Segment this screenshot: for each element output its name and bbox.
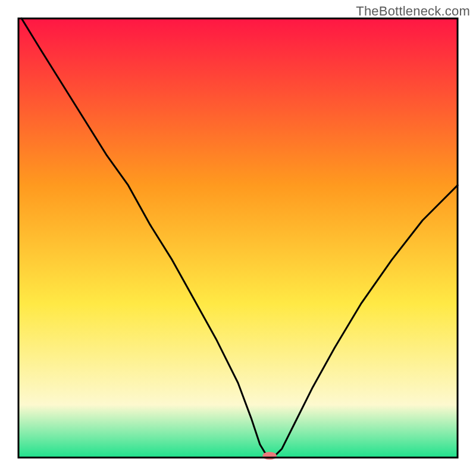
watermark-label: TheBottleneck.com bbox=[356, 4, 470, 19]
bottleneck-chart: TheBottleneck.com bbox=[0, 0, 476, 476]
plot-background bbox=[18, 18, 458, 458]
minimum-marker bbox=[262, 452, 277, 459]
plot-svg bbox=[0, 0, 476, 476]
